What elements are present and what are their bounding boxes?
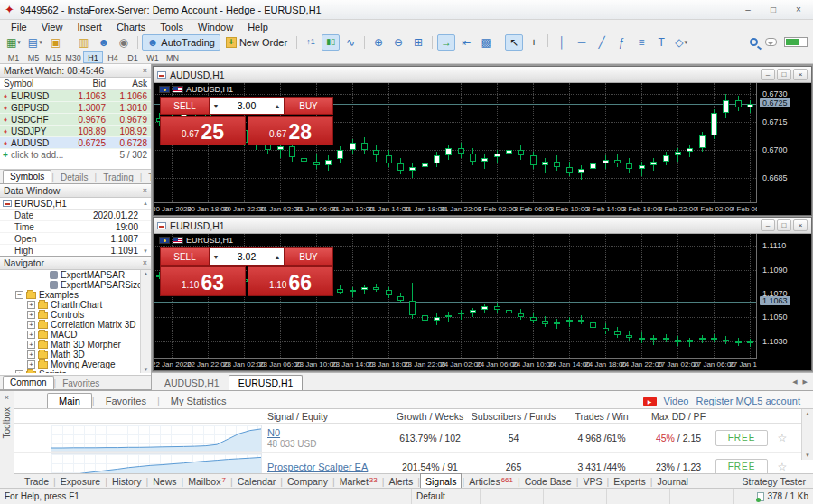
market-watch-add-row[interactable]: + click to add... 5 / 302: [0, 149, 151, 161]
scroll-up-icon[interactable]: ▲: [805, 411, 810, 416]
volume-up-icon[interactable]: ▲: [271, 103, 284, 109]
market-watch-row-usdchf[interactable]: ♦USDCHF0.96760.9679: [0, 114, 151, 126]
chart-tab-audusd-h1[interactable]: AUDUSD,H1: [155, 376, 229, 390]
navigator-scrollbar[interactable]: ▲ ▼: [140, 270, 151, 373]
tab-scroll-left-icon[interactable]: ◀: [792, 378, 797, 386]
sell-price[interactable]: 0.67 25: [160, 116, 246, 145]
market-watch-row-usdjpy[interactable]: ♦USDJPY108.89108.92: [0, 126, 151, 137]
signal-name-link[interactable]: N0: [267, 427, 389, 438]
timeframe-w1[interactable]: W1: [143, 51, 163, 63]
youtube-icon[interactable]: ▶: [643, 397, 657, 406]
timeframe-m30[interactable]: M30: [63, 51, 83, 63]
chart-plot-eurusd[interactable]: EURUSD,H1 SELL ▼ 3.02 ▲ BUY: [154, 234, 757, 358]
zoom-out-icon[interactable]: ⊖: [389, 34, 407, 51]
chart-maximize-button[interactable]: □: [777, 69, 791, 80]
toolbox-tab-alerts[interactable]: Alerts: [384, 476, 417, 487]
menu-item-tools[interactable]: Tools: [153, 22, 191, 33]
close-icon[interactable]: ×: [143, 66, 147, 75]
signals-tab-favorites[interactable]: Favorites: [95, 394, 157, 408]
expand-icon[interactable]: +: [27, 301, 35, 309]
close-icon[interactable]: ×: [143, 258, 147, 267]
collapse-icon[interactable]: −: [15, 291, 23, 299]
market-watch-icon[interactable]: ▥: [75, 34, 93, 51]
vertical-line-icon[interactable]: │: [553, 34, 571, 51]
expand-icon[interactable]: +: [27, 350, 35, 359]
toolbox-tab-news[interactable]: News: [148, 476, 181, 487]
video-link[interactable]: Video: [664, 396, 689, 406]
signal-row[interactable]: Prospector Scalper EA201.54% / 912653 43…: [14, 453, 813, 474]
toolbox-tab-market[interactable]: Market33: [335, 476, 382, 487]
scroll-up-icon[interactable]: ▲: [143, 201, 151, 206]
profiles-icon[interactable]: ▤▾: [25, 34, 45, 51]
crosshair-icon[interactable]: +: [525, 34, 543, 51]
navigator-item-moving-average[interactable]: +Moving Average: [0, 359, 140, 369]
chart-maximize-button[interactable]: □: [777, 219, 791, 231]
tab-details[interactable]: Details: [54, 172, 95, 183]
toolbox-tab-history[interactable]: History: [107, 476, 146, 487]
trendline-icon[interactable]: ╱: [593, 34, 611, 51]
buy-button[interactable]: BUY: [284, 247, 333, 266]
cursor-icon[interactable]: ↖: [505, 34, 523, 51]
signal-name-link[interactable]: Prospector Scalper EA: [267, 462, 389, 472]
chart-window-titlebar[interactable]: EURUSD,H1 –□×: [154, 218, 811, 234]
expand-icon[interactable]: +: [27, 360, 35, 369]
chart-minimize-button[interactable]: –: [761, 69, 775, 80]
timeframe-h4[interactable]: H4: [103, 51, 123, 63]
expand-icon[interactable]: +: [27, 331, 35, 339]
volume-stepper[interactable]: ▼ 3.02 ▲: [210, 247, 284, 266]
zoom-in-icon[interactable]: ⊕: [369, 34, 388, 51]
fibonacci-icon[interactable]: ƒ: [612, 34, 631, 51]
volume-up-icon[interactable]: ▲: [271, 254, 284, 260]
menu-item-view[interactable]: View: [34, 22, 70, 33]
auto-scroll-icon[interactable]: →: [437, 34, 455, 51]
bars-chart-icon[interactable]: ↑1: [302, 34, 320, 51]
tab-symbols[interactable]: Symbols: [3, 170, 51, 183]
chart-shift-icon[interactable]: ⇤: [457, 34, 475, 51]
navigator-item-examples[interactable]: −Examples: [0, 290, 140, 300]
timeframe-m15[interactable]: M15: [43, 51, 63, 63]
tab-trading[interactable]: Trading: [97, 172, 140, 183]
expand-icon[interactable]: +: [15, 370, 23, 373]
timeframe-m1[interactable]: M1: [4, 51, 23, 63]
new-order-button[interactable]: + New Order: [220, 34, 293, 51]
objects-list-icon[interactable]: ▩: [477, 34, 495, 51]
timeframe-m5[interactable]: M5: [23, 51, 43, 63]
navigator-item-scripts[interactable]: +Scripts: [0, 369, 140, 373]
close-button[interactable]: ×: [786, 2, 811, 17]
favorite-star-icon[interactable]: ☆: [773, 461, 791, 473]
sell-price[interactable]: 1.10 63: [160, 266, 246, 296]
sell-button[interactable]: SELL: [160, 97, 210, 115]
menu-item-file[interactable]: File: [4, 22, 34, 33]
menu-item-window[interactable]: Window: [191, 22, 240, 33]
tab-favorites[interactable]: Favorites: [56, 378, 106, 389]
data-window-icon[interactable]: ☻: [95, 34, 113, 51]
chart-tab-eurusd-h1[interactable]: EURUSD,H1: [229, 375, 304, 390]
close-icon[interactable]: ×: [143, 186, 147, 195]
expand-icon[interactable]: +: [27, 311, 35, 319]
candlesticks-icon[interactable]: ▮▯: [322, 34, 340, 51]
toolbox-tab-mailbox[interactable]: Mailbox7: [183, 476, 230, 487]
free-button[interactable]: FREE: [715, 459, 768, 475]
signal-row[interactable]: N048 033 USD613.79% / 102544 968 /61%45%…: [14, 424, 813, 453]
free-button[interactable]: FREE: [715, 430, 768, 446]
menu-item-help[interactable]: Help: [240, 22, 276, 33]
toolbox-tab-journal[interactable]: Journal: [653, 476, 693, 487]
chat-icon[interactable]: [765, 38, 777, 46]
timeframe-mn[interactable]: MN: [163, 51, 182, 63]
maximize-button[interactable]: □: [761, 2, 786, 17]
navigator-item-controls[interactable]: +Controls: [0, 310, 140, 320]
strategy-tester-label[interactable]: Strategy Tester: [743, 476, 806, 487]
menu-item-insert[interactable]: Insert: [70, 22, 109, 33]
toolbox-close-button[interactable]: ×: [0, 391, 14, 402]
navigator-item-correlation-matrix-3d[interactable]: +Correlation Matrix 3D: [0, 320, 140, 330]
scroll-down-icon[interactable]: ▼: [143, 248, 148, 254]
register-mql5-link[interactable]: Register MQL5 account: [696, 396, 800, 406]
volume-down-icon[interactable]: ▼: [210, 254, 222, 260]
tab-scroll-right-icon[interactable]: ▶: [803, 378, 808, 386]
toolbox-tab-articles[interactable]: Articles661: [464, 476, 518, 487]
scroll-up-icon[interactable]: ▲: [144, 271, 149, 276]
navigator-item-chartinchart[interactable]: +ChartInChart: [0, 300, 140, 310]
new-chart-icon[interactable]: ▦▾: [4, 34, 23, 51]
text-icon[interactable]: T: [652, 34, 670, 51]
volume-down-icon[interactable]: ▼: [210, 103, 222, 109]
